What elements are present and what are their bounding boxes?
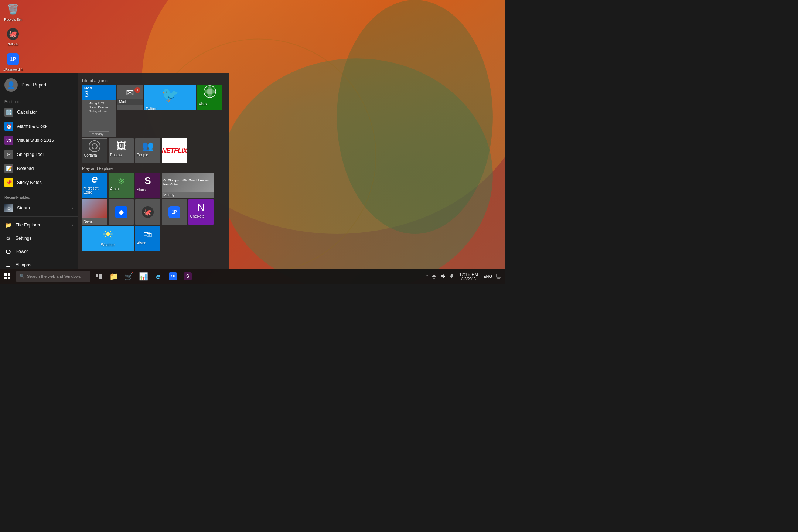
all-apps-icon: ☰ bbox=[4, 261, 12, 269]
tile-slack[interactable]: S Slack bbox=[135, 173, 160, 198]
tray-notification-icon[interactable] bbox=[447, 269, 456, 284]
tile-money[interactable]: Oil Slumps to Six-Month Low on Iran, Chi… bbox=[162, 173, 214, 198]
alarms-name: Alarms & Clock bbox=[17, 124, 73, 129]
start-app-steam[interactable]: ♨ Steam › bbox=[0, 201, 78, 215]
calendar-date: Monday 3 bbox=[92, 132, 106, 136]
tile-news[interactable]: News bbox=[82, 200, 107, 225]
power-icon: ⏻ bbox=[4, 248, 12, 255]
slack-icon: S bbox=[144, 175, 151, 187]
visual-studio-icon: VS bbox=[4, 136, 13, 145]
edge-icon: e bbox=[92, 173, 98, 185]
tile-cortana[interactable]: Cortana bbox=[82, 138, 107, 163]
slack-label: Slack bbox=[135, 187, 160, 193]
desktop-icon-recycle-bin[interactable]: 🗑️ Recycle Bin bbox=[2, 2, 24, 22]
mail-label: Mail bbox=[117, 99, 143, 105]
settings-icon: ⚙ bbox=[4, 235, 12, 242]
taskbar-onepassword[interactable]: 1P bbox=[166, 269, 180, 284]
tile-onenote[interactable]: N OneNote bbox=[188, 200, 214, 225]
tile-edge[interactable]: e Microsoft Edge bbox=[82, 173, 107, 198]
start-app-visual-studio[interactable]: VS Visual Studio 2015 bbox=[0, 133, 78, 147]
visual-studio-name: Visual Studio 2015 bbox=[17, 138, 73, 143]
svg-rect-17 bbox=[451, 277, 452, 278]
notepad-name: Notepad bbox=[17, 166, 73, 171]
desktop-icon-onepassword[interactable]: 1P 1Password 4 bbox=[2, 52, 24, 72]
start-app-alarms[interactable]: ⏰ Alarms & Clock bbox=[0, 119, 78, 133]
search-box[interactable]: 🔍 Search the web and Windows bbox=[16, 271, 90, 282]
tile-onepassword[interactable]: 1P bbox=[162, 200, 187, 225]
tray-overflow-button[interactable]: ^ bbox=[425, 274, 430, 279]
svg-rect-14 bbox=[99, 276, 102, 279]
taskbar-task-view[interactable] bbox=[92, 269, 106, 284]
file-explorer-name: File Explorer bbox=[16, 222, 40, 228]
tile-netflix[interactable]: NETFLIX bbox=[162, 138, 187, 163]
tile-github[interactable]: 🐙 bbox=[135, 200, 160, 225]
settings-name: Settings bbox=[16, 236, 31, 241]
svg-marker-16 bbox=[441, 274, 444, 278]
calendar-event-line1: Airing #177 bbox=[89, 101, 109, 105]
tile-store[interactable]: 🛍 Store bbox=[135, 226, 160, 251]
tile-people[interactable]: 👥 People bbox=[135, 138, 160, 163]
start-settings[interactable]: ⚙ Settings bbox=[0, 232, 78, 245]
svg-rect-18 bbox=[497, 274, 501, 277]
cortana-label: Cortana bbox=[82, 152, 107, 158]
start-all-apps[interactable]: ☰ All apps bbox=[0, 258, 78, 272]
tile-calendar[interactable]: MON 3 Airing #177 Sarah Drasner Today al… bbox=[82, 85, 116, 137]
start-menu-left-panel: 👤 Dave Rupert Most used 🔢 Calculator ⏰ A… bbox=[0, 73, 78, 269]
tray-network-icon[interactable] bbox=[430, 269, 439, 284]
tile-dropbox[interactable]: ◆ bbox=[109, 200, 134, 225]
steam-arrow: › bbox=[72, 206, 73, 210]
power-name: Power bbox=[16, 249, 28, 254]
svg-point-15 bbox=[433, 278, 434, 279]
photos-label: Photos bbox=[109, 152, 134, 158]
tile-mail[interactable]: ✉ 1 Mail bbox=[117, 85, 143, 110]
action-center-icon[interactable] bbox=[494, 269, 503, 284]
svg-point-7 bbox=[207, 86, 212, 97]
start-app-sticky-notes[interactable]: 📌 Sticky Notes bbox=[0, 175, 78, 190]
start-app-notepad[interactable]: 📝 Notepad bbox=[0, 161, 78, 175]
people-icon: 👥 bbox=[142, 140, 154, 152]
tray-volume-icon[interactable] bbox=[439, 269, 447, 284]
tile-twitter[interactable]: 🐦 Twitter bbox=[144, 85, 196, 110]
atom-icon: ⚛ bbox=[117, 176, 125, 186]
calculator-name: Calculator bbox=[17, 110, 73, 115]
search-placeholder-text: Search the web and Windows bbox=[27, 274, 81, 279]
taskbar-slack[interactable]: S bbox=[180, 269, 195, 284]
start-app-calculator[interactable]: 🔢 Calculator bbox=[0, 105, 78, 119]
windows-logo-icon bbox=[4, 273, 10, 279]
start-power[interactable]: ⏻ Power bbox=[0, 245, 78, 258]
svg-rect-9 bbox=[8, 273, 10, 276]
twitter-bird-icon: 🐦 bbox=[161, 85, 179, 106]
taskbar-pinned-apps: 📁 🛒 📊 e 1P S bbox=[92, 269, 195, 284]
start-file-explorer[interactable]: 📁 File Explorer › bbox=[0, 218, 78, 232]
taskbar-store[interactable]: 🛒 bbox=[121, 269, 136, 284]
sticky-notes-icon: 📌 bbox=[4, 178, 13, 187]
clock-date: 8/3/2015 bbox=[461, 277, 476, 281]
svg-rect-12 bbox=[96, 274, 98, 277]
taskbar-file-explorer[interactable]: 📁 bbox=[106, 269, 121, 284]
money-label: Money bbox=[162, 192, 214, 198]
twitter-label: Twitter bbox=[144, 106, 196, 110]
onenote-label: OneNote bbox=[188, 213, 214, 219]
task-view-icon bbox=[96, 274, 102, 279]
taskbar-system-app[interactable]: 📊 bbox=[136, 269, 151, 284]
taskbar-edge[interactable]: e bbox=[151, 269, 166, 284]
calculator-icon: 🔢 bbox=[4, 108, 13, 117]
start-app-snipping[interactable]: ✂ Snipping Tool bbox=[0, 147, 78, 161]
tile-photos[interactable]: 🖼 Photos bbox=[109, 138, 134, 163]
people-label: People bbox=[135, 152, 160, 158]
desktop-icon-github[interactable]: 🐙 GitHub bbox=[2, 27, 24, 47]
tile-xbox[interactable]: Xbox bbox=[197, 85, 222, 110]
dropbox-icon: ◆ bbox=[115, 206, 127, 218]
notepad-icon: 📝 bbox=[4, 164, 13, 173]
all-apps-name: All apps bbox=[16, 262, 31, 267]
life-at-glance-label: Life at a glance bbox=[82, 78, 225, 83]
onepassword-label: 1Password 4 bbox=[3, 68, 23, 72]
tile-weather[interactable]: ☀ Weather bbox=[82, 226, 134, 251]
language-indicator[interactable]: ENG bbox=[481, 274, 494, 279]
tile-atom[interactable]: ⚛ Atom bbox=[109, 173, 134, 198]
onepassword-tile-icon: 1P bbox=[168, 206, 180, 218]
alarms-icon: ⏰ bbox=[4, 122, 13, 131]
recycle-bin-icon: 🗑️ bbox=[6, 2, 20, 17]
clock[interactable]: 12:18 PM 8/3/2015 bbox=[456, 269, 481, 284]
user-section[interactable]: 👤 Dave Rupert bbox=[0, 73, 78, 97]
